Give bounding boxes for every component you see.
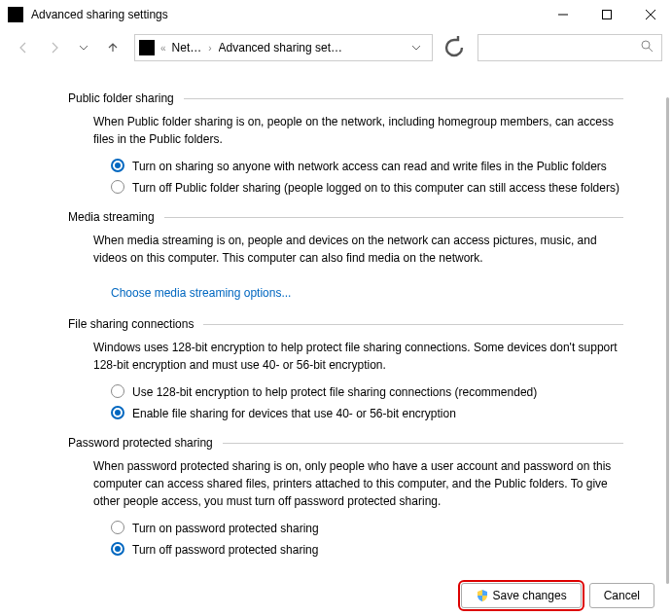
radio-icon: [111, 180, 124, 194]
divider: [203, 324, 623, 325]
navbar: « Net… › Advanced sharing set…: [0, 29, 672, 66]
chevron-right-icon: ›: [205, 43, 214, 54]
section-desc: When password protected sharing is on, o…: [93, 457, 623, 510]
cancel-label: Cancel: [604, 589, 640, 602]
breadcrumb-seg2[interactable]: Advanced sharing set…: [219, 41, 401, 54]
cancel-button[interactable]: Cancel: [589, 583, 654, 608]
radio-icon: [111, 521, 124, 534]
radio-password-off[interactable]: Turn off password protected sharing: [111, 541, 623, 559]
shield-icon: [476, 589, 489, 602]
radio-public-folder-on[interactable]: Turn on sharing so anyone with network a…: [111, 158, 623, 175]
svg-rect-1: [602, 11, 611, 19]
search-input[interactable]: [477, 34, 662, 61]
maximize-button[interactable]: [584, 0, 628, 29]
minimize-button[interactable]: [541, 0, 584, 29]
up-button[interactable]: [99, 34, 126, 61]
radio-label: Turn off Public folder sharing (people l…: [132, 179, 619, 197]
radio-label: Turn on password protected sharing: [132, 520, 319, 537]
address-bar[interactable]: « Net… › Advanced sharing set…: [134, 34, 433, 61]
section-title: File sharing connections: [68, 317, 194, 331]
chevron-left-icon: «: [159, 43, 168, 54]
history-dropdown[interactable]: [72, 34, 95, 61]
section-title: Media streaming: [68, 210, 155, 224]
divider: [164, 217, 623, 218]
footer: Save changes Cancel: [461, 583, 654, 608]
section-desc: When media streaming is on, people and d…: [93, 232, 623, 267]
refresh-button[interactable]: [441, 34, 468, 61]
radio-label: Use 128-bit encryption to help protect f…: [132, 383, 537, 401]
app-icon: [8, 7, 23, 22]
scrollbar[interactable]: [666, 97, 669, 584]
section-header-public-folder: Public folder sharing: [68, 91, 623, 105]
radio-label: Turn on sharing so anyone with network a…: [132, 158, 607, 175]
divider: [184, 98, 623, 99]
media-options-link[interactable]: Choose media streaming options...: [111, 286, 291, 300]
section-title: Public folder sharing: [68, 91, 174, 105]
titlebar: Advanced sharing settings: [0, 0, 672, 29]
radio-label: Turn off password protected sharing: [132, 541, 318, 559]
section-desc: Windows uses 128-bit encryption to help …: [93, 339, 623, 374]
radio-encryption-128[interactable]: Use 128-bit encryption to help protect f…: [111, 383, 623, 401]
radio-password-on[interactable]: Turn on password protected sharing: [111, 520, 623, 537]
svg-point-4: [642, 41, 650, 49]
window-title: Advanced sharing settings: [31, 8, 168, 21]
section-header-media: Media streaming: [68, 210, 623, 224]
radio-label: Enable file sharing for devices that use…: [132, 405, 456, 422]
divider: [223, 443, 623, 444]
close-button[interactable]: [628, 0, 672, 29]
section-header-file-sharing: File sharing connections: [68, 317, 623, 331]
radio-encryption-40-56[interactable]: Enable file sharing for devices that use…: [111, 405, 623, 422]
section-desc: When Public folder sharing is on, people…: [93, 113, 623, 148]
search-icon: [641, 40, 654, 55]
radio-icon: [111, 159, 124, 172]
radio-public-folder-off[interactable]: Turn off Public folder sharing (people l…: [111, 179, 623, 197]
svg-line-5: [649, 48, 653, 52]
back-button[interactable]: [10, 34, 37, 61]
forward-button[interactable]: [41, 34, 68, 61]
address-dropdown[interactable]: [405, 34, 428, 61]
location-icon: [139, 40, 155, 55]
radio-icon: [111, 542, 124, 556]
save-button[interactable]: Save changes: [461, 583, 582, 608]
breadcrumb-seg1[interactable]: Net…: [172, 41, 202, 54]
content-area: Public folder sharing When Public folder…: [0, 68, 672, 567]
save-label: Save changes: [493, 589, 567, 602]
radio-icon: [111, 406, 124, 419]
section-title: Password protected sharing: [68, 436, 213, 450]
section-header-password: Password protected sharing: [68, 436, 623, 450]
radio-icon: [111, 384, 124, 398]
